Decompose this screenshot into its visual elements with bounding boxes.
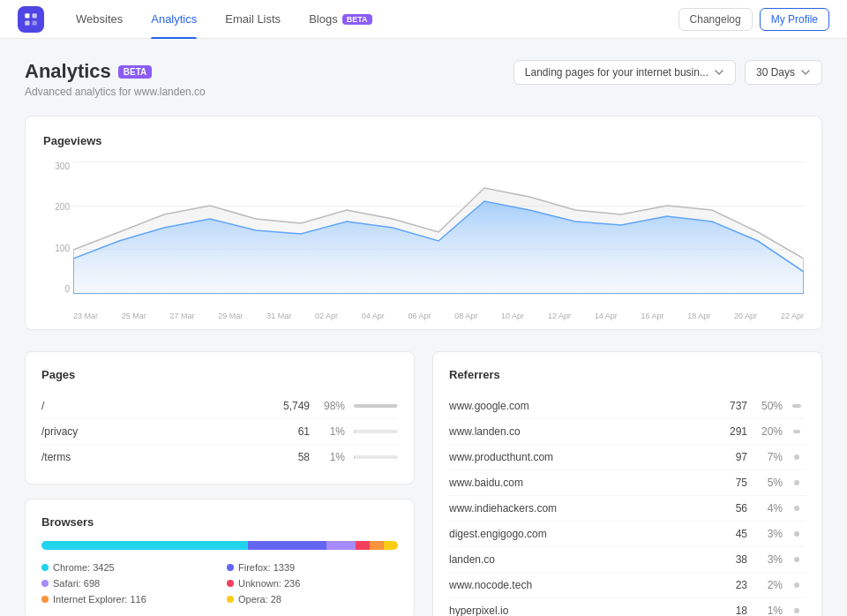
pages-title: Pages	[41, 368, 398, 381]
ie-bar-segment	[370, 541, 384, 550]
page-title-area: Analytics BETA Advanced analytics for ww…	[25, 60, 206, 98]
nav-item-analytics[interactable]: Analytics	[137, 0, 211, 39]
page-title: Analytics BETA	[25, 60, 206, 83]
svg-rect-2	[25, 20, 29, 25]
analytics-beta-badge: BETA	[118, 65, 152, 79]
legend-item-unknown: Unknown: 236	[227, 578, 398, 589]
chrome-dot	[41, 564, 49, 571]
firefox-bar-segment	[248, 541, 326, 550]
ref-row: www.baidu.com 75 5%	[449, 470, 806, 496]
pages-table: / 5,749 98% /privacy 61 1%	[41, 394, 398, 470]
ref-row: www.producthunt.com 97 7%	[449, 445, 806, 470]
browsers-title: Browsers	[41, 515, 398, 529]
ref-row: www.landen.co 291 20%	[449, 419, 806, 445]
table-row: /terms 58 1%	[41, 445, 398, 470]
site-selector[interactable]: Landing pages for your internet busin...	[513, 60, 736, 85]
ref-row: www.google.com 737 50%	[449, 394, 806, 419]
my-profile-button[interactable]: My Profile	[760, 8, 829, 31]
referrers-table: www.google.com 737 50% www.landen.co 291…	[449, 394, 806, 616]
bottom-panels: Pages / 5,749 98% /privacy 61 1%	[25, 351, 822, 616]
ref-row: www.indiehackers.com 56 4%	[449, 496, 806, 522]
safari-dot	[41, 580, 49, 587]
svg-rect-1	[33, 13, 37, 18]
pageviews-chart-section: Pageviews 300 200 100 0	[25, 116, 822, 330]
nav-right-controls: Changelog My Profile	[678, 8, 829, 31]
chrome-bar-segment	[41, 541, 248, 550]
page-subtitle: Advanced analytics for www.landen.co	[25, 86, 206, 98]
bar-cell	[354, 404, 398, 408]
chart-area: 300 200 100 0	[43, 162, 804, 320]
legend-item-firefox: Firefox: 1339	[227, 562, 398, 573]
blogs-beta-badge: BETA	[342, 14, 372, 25]
ref-row: digest.engigogo.com 45 3%	[449, 522, 806, 547]
app-logo[interactable]	[18, 6, 44, 33]
unknown-dot	[227, 580, 234, 587]
unknown-bar-segment	[356, 541, 370, 550]
ref-row: www.nocode.tech 23 2%	[449, 573, 806, 598]
svg-rect-0	[25, 13, 29, 18]
chart-title: Pageviews	[43, 134, 804, 147]
ref-row: landen.co 38 3%	[449, 547, 806, 573]
nav-links: Websites Analytics Email Lists Blogs BET…	[62, 0, 678, 39]
pages-card: Pages / 5,749 98% /privacy 61 1%	[25, 351, 415, 485]
bar-cell	[354, 430, 398, 433]
top-nav: Websites Analytics Email Lists Blogs BET…	[0, 0, 847, 39]
browser-bar	[41, 541, 398, 550]
page-header: Analytics BETA Advanced analytics for ww…	[25, 60, 822, 98]
svg-rect-3	[33, 20, 37, 25]
legend-item-ie: Internet Explorer: 116	[41, 594, 213, 605]
changelog-button[interactable]: Changelog	[678, 8, 753, 31]
legend-item-chrome: Chrome: 3425	[41, 562, 213, 573]
chart-yaxis: 300 200 100 0	[43, 162, 70, 294]
table-row: /privacy 61 1%	[41, 419, 398, 445]
table-row: / 5,749 98%	[41, 394, 398, 419]
referrers-title: Referrers	[449, 368, 806, 381]
opera-bar-segment	[384, 541, 398, 550]
browser-legend: Chrome: 3425 Firefox: 1339 Safari: 698 U…	[41, 562, 398, 605]
ie-dot	[41, 596, 49, 603]
ref-row: hyperpixel.io 18 1%	[449, 598, 806, 616]
header-controls: Landing pages for your internet busin...…	[513, 60, 822, 85]
nav-item-email-lists[interactable]: Email Lists	[211, 0, 295, 39]
browsers-card: Browsers Chrome: 3425 Fi	[25, 499, 415, 616]
left-panel: Pages / 5,749 98% /privacy 61 1%	[25, 351, 415, 616]
safari-bar-segment	[326, 541, 355, 550]
legend-item-opera: Opera: 28	[227, 594, 398, 605]
chart-xaxis: 23 Mar 25 Mar 27 Mar 29 Mar 31 Mar 02 Ap…	[73, 296, 804, 320]
bar-cell	[354, 455, 398, 459]
right-panel: Referrers www.google.com 737 50% www.lan…	[432, 351, 822, 616]
firefox-dot	[227, 564, 234, 571]
main-content: Analytics BETA Advanced analytics for ww…	[0, 39, 847, 616]
legend-item-safari: Safari: 698	[41, 578, 213, 589]
period-selector[interactable]: 30 Days	[745, 60, 822, 85]
referrers-card: Referrers www.google.com 737 50% www.lan…	[432, 351, 822, 616]
nav-item-blogs[interactable]: Blogs BETA	[295, 0, 386, 39]
nav-item-websites[interactable]: Websites	[62, 0, 137, 39]
opera-dot	[227, 596, 234, 603]
chart-svg	[73, 162, 804, 294]
